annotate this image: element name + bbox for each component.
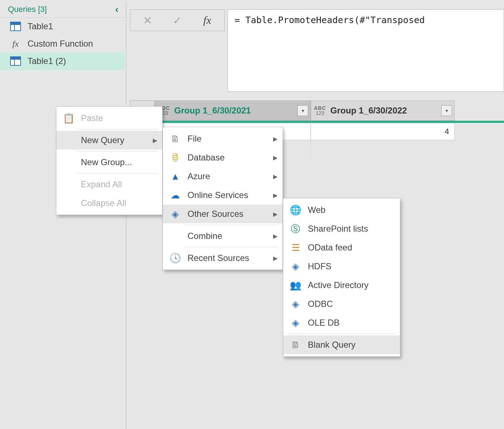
menu-item-label: Azure [188, 171, 210, 181]
menu-item-online-services[interactable]: ☁ Online Services ▶ [163, 186, 283, 205]
sharepoint-icon: Ⓢ [290, 223, 301, 235]
commit-formula-button[interactable]: ✓ [167, 14, 188, 27]
blank-icon [169, 230, 181, 242]
file-icon: 🗎 [169, 133, 181, 145]
menu-item-label: File [188, 134, 202, 144]
menu-item-label: Web [308, 205, 326, 215]
menu-item-label: New Query [81, 135, 124, 145]
collapse-panel-icon[interactable]: ‹ [115, 4, 119, 15]
new-query-submenu: 🗎 File ▶ 🛢 Database ▶ ▲ Azure ▶ ☁ Online… [163, 127, 283, 270]
queries-panel-header[interactable]: Queries [3] ‹ [0, 0, 125, 18]
menu-item-label: New Group... [81, 157, 132, 167]
menu-separator [77, 151, 158, 151]
column-filter-dropdown[interactable]: ▾ [441, 105, 452, 116]
table-icon [10, 22, 21, 31]
menu-item-label: Collapse All [81, 198, 126, 208]
panel-divider [126, 2, 126, 429]
submenu-arrow-icon: ▶ [273, 173, 277, 180]
menu-item-azure[interactable]: ▲ Azure ▶ [163, 167, 283, 186]
fx-button[interactable]: fx [197, 14, 217, 26]
fx-icon: fx [10, 39, 21, 48]
formula-area: ✕ ✓ fx = Table.PromoteHeaders(#"Transpos… [130, 9, 504, 92]
query-item-table1[interactable]: Table1 [0, 18, 125, 35]
cancel-formula-button[interactable]: ✕ [137, 14, 158, 27]
menu-item-database[interactable]: 🛢 Database ▶ [163, 148, 283, 167]
submenu-arrow-icon: ▶ [273, 255, 277, 262]
menu-item-label: SharePoint lists [308, 224, 368, 234]
submenu-arrow-icon: ▶ [273, 192, 277, 199]
active-directory-icon: 👥 [290, 279, 301, 291]
other-sources-submenu: 🌐 Web Ⓢ SharePoint lists ☰ OData feed ◈ … [283, 198, 400, 357]
menu-item-label: Recent Sources [188, 253, 249, 263]
menu-item-label: Database [188, 153, 225, 163]
queries-context-menu: 📋 Paste New Query ▶ New Group... Expand … [56, 106, 163, 215]
odata-icon: ☰ [290, 242, 301, 253]
menu-item-collapse-all[interactable]: Collapse All [56, 194, 162, 213]
grid-cell[interactable]: 4 [311, 123, 455, 140]
menu-item-label: Other Sources [188, 209, 244, 219]
menu-item-label: Online Services [188, 190, 248, 200]
menu-item-label: Active Directory [308, 280, 369, 290]
cloud-icon: ☁ [169, 189, 181, 201]
menu-item-label: HDFS [308, 261, 331, 271]
submenu-arrow-icon: ▶ [273, 154, 277, 161]
column-filter-dropdown[interactable]: ▾ [297, 105, 308, 116]
blank-icon [63, 134, 74, 146]
menu-item-new-query[interactable]: New Query ▶ [56, 131, 162, 150]
menu-item-label: OLE DB [308, 318, 340, 328]
submenu-arrow-icon: ▶ [273, 211, 277, 218]
recent-icon: 🕓 [169, 252, 181, 264]
column-header-group1-2021[interactable]: ABC123 Group 1_6/30/2021 ▾ [155, 100, 311, 121]
submenu-arrow-icon: ▶ [273, 233, 277, 240]
menu-item-blank-query[interactable]: 🗎 Blank Query [283, 335, 400, 354]
menu-item-hdfs[interactable]: ◈ HDFS [283, 257, 400, 276]
query-item-label: Custom Function [27, 39, 93, 49]
menu-item-label: Paste [81, 113, 103, 123]
blank-icon [63, 156, 74, 168]
menu-item-combine[interactable]: Combine ▶ [163, 227, 283, 245]
menu-separator [184, 247, 278, 247]
menu-item-web[interactable]: 🌐 Web [283, 201, 400, 219]
blank-icon [63, 197, 74, 209]
query-item-table1-2[interactable]: Table1 (2) [0, 52, 125, 70]
blank-query-icon: 🗎 [290, 339, 301, 351]
menu-item-oledb[interactable]: ◈ OLE DB [283, 313, 400, 332]
blank-icon [63, 179, 74, 190]
menu-item-label: Combine [188, 231, 222, 241]
menu-item-label: Expand All [81, 179, 122, 189]
table-icon [10, 56, 21, 66]
submenu-arrow-icon: ▶ [153, 137, 157, 144]
column-header-group1-2022[interactable]: ABC123 Group 1_6/30/2022 ▾ [311, 100, 455, 121]
menu-item-expand-all[interactable]: Expand All [56, 175, 162, 194]
column-title: Group 1_6/30/2022 [329, 106, 441, 116]
submenu-arrow-icon: ▶ [273, 136, 277, 142]
query-item-custom-function[interactable]: fx Custom Function [0, 35, 125, 52]
menu-separator [184, 225, 278, 225]
menu-item-sharepoint-lists[interactable]: Ⓢ SharePoint lists [283, 219, 400, 238]
query-item-label: Table1 (2) [27, 56, 66, 66]
menu-item-new-group[interactable]: New Group... [56, 153, 162, 172]
hdfs-icon: ◈ [290, 261, 301, 272]
menu-separator [77, 173, 158, 173]
menu-item-odbc[interactable]: ◈ ODBC [283, 295, 400, 313]
grid-header-row: ABC123 Group 1_6/30/2021 ▾ ABC123 Group … [130, 100, 504, 121]
column-title: Group 1_6/30/2021 [173, 106, 297, 116]
azure-icon: ▲ [169, 171, 181, 182]
paste-icon: 📋 [63, 112, 74, 124]
database-icon: 🛢 [169, 152, 181, 163]
formula-input[interactable]: = Table.PromoteHeaders(#"Transposed [228, 9, 504, 92]
menu-item-label: OData feed [308, 243, 352, 253]
menu-item-recent-sources[interactable]: 🕓 Recent Sources ▶ [163, 249, 283, 267]
type-badge-icon[interactable]: ABC123 [311, 106, 329, 116]
menu-separator [288, 334, 396, 334]
menu-item-label: ODBC [308, 299, 333, 309]
menu-item-label: Blank Query [308, 340, 356, 350]
grid-cell-blank [311, 140, 455, 158]
menu-item-odata-feed[interactable]: ☰ OData feed [283, 238, 400, 257]
menu-item-active-directory[interactable]: 👥 Active Directory [283, 276, 400, 295]
other-sources-icon: ◈ [169, 208, 181, 220]
menu-item-paste[interactable]: 📋 Paste [56, 109, 162, 128]
formula-toolbar: ✕ ✓ fx [130, 9, 225, 31]
menu-item-other-sources[interactable]: ◈ Other Sources ▶ [163, 205, 283, 223]
menu-item-file[interactable]: 🗎 File ▶ [163, 129, 283, 148]
